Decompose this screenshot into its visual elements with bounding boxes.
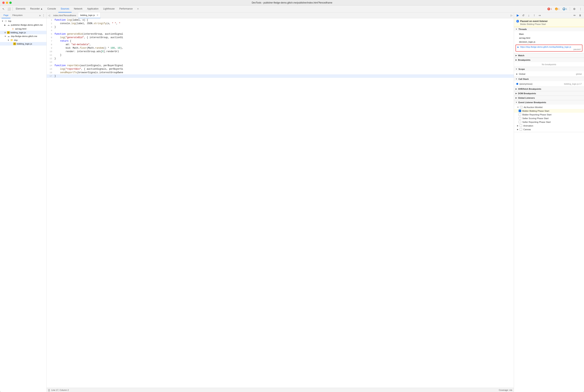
error-icon: ✕ — [548, 8, 550, 10]
elb-group-ad-auction[interactable]: ▼ Ad Auction Worklet — [514, 105, 584, 109]
thread-ad-tag[interactable]: ad-tag.html — [514, 36, 584, 40]
scope-global-row[interactable]: ▶ Global global — [514, 72, 584, 76]
elb-animation-arrow-icon: ▶ — [517, 125, 519, 127]
elb-group-partial-check[interactable] — [520, 106, 523, 108]
watch-label: Watch — [518, 54, 525, 57]
edit-breakpoints-button[interactable]: ✏ — [572, 13, 577, 18]
threads-section: ▼ Threads Main ad-tag.html — [514, 27, 584, 53]
paused-title-text: Paused on event listener — [520, 20, 548, 22]
call-stack-indicator-icon — [516, 83, 518, 85]
editor-tab-bidding[interactable]: bidding_logic.js ✕ — [78, 12, 100, 18]
tab-console[interactable]: Console — [45, 6, 58, 12]
tree-item-dsp-domain[interactable]: ▼ ☁ dsp-fledge-demo.glitch.me — [0, 34, 46, 38]
elb-item-seller-reporting[interactable]: Seller Reporting Phase Start — [514, 120, 584, 124]
global-listeners-header[interactable]: ▶ Global Listeners — [514, 96, 584, 100]
editor-tab-back[interactable]: ◁ — [47, 12, 51, 18]
settings-button[interactable]: ⚙ — [572, 6, 577, 12]
tree-item-bidding-logic-dsp[interactable]: JS bidding_logic.js — [0, 42, 46, 46]
elb-item-bidder-bidding[interactable]: Bidder Bidding Phase Start — [514, 109, 584, 113]
code-line-16: 16 sendReportTo(browserSignals.interestG… — [47, 71, 514, 74]
code-line-2: 2 console.log(label, JSON.stringify(o, "… — [47, 22, 514, 25]
dom-breakpoints-header[interactable]: ▶ DOM Breakpoints — [514, 91, 584, 96]
format-icon[interactable]: {} — [48, 389, 50, 392]
left-panel-tabs: Page Filesystem » ⋮ — [0, 12, 46, 18]
maximize-button[interactable] — [9, 2, 12, 4]
resume-button[interactable]: ▶ — [516, 13, 520, 18]
more-options-button[interactable]: ⋮ — [578, 6, 583, 12]
breakpoints-header[interactable]: ▶ Breakpoints — [514, 58, 584, 62]
code-editor[interactable]: 1 function log(label, o) { 2 console.log… — [47, 18, 514, 388]
tab-performance[interactable]: Performance — [117, 6, 135, 12]
toolbar-separator-1 — [12, 7, 13, 11]
error-badge-button[interactable]: ✕ 1 — [546, 7, 553, 11]
elb-item-seller-scoring-checkbox[interactable] — [519, 117, 521, 120]
thread-selected-bidding[interactable]: ▶ https://dsp-fledge-demo.glitch.me/dsp/… — [516, 44, 583, 52]
tab-network[interactable]: Network — [71, 6, 85, 12]
left-panel-more[interactable]: » — [38, 14, 41, 17]
minimize-button[interactable] — [6, 2, 8, 4]
elb-group-canvas[interactable]: ▶ Canvas — [514, 128, 584, 131]
global-listeners-arrow-icon: ▶ — [516, 97, 517, 99]
paused-subtitle: Bidder Bidding Phase Start — [520, 23, 582, 25]
scope-arrow-icon: ▼ — [516, 68, 517, 70]
step-button[interactable]: ⇒ — [537, 13, 542, 18]
ellipsis-icon: ⋮ — [579, 8, 582, 10]
step-over-button[interactable]: ↺ — [521, 13, 526, 18]
tab-filesystem[interactable]: Filesystem — [10, 12, 25, 18]
watch-header[interactable]: ▶ Watch — [514, 53, 584, 58]
call-stack-item-1[interactable]: (anonymous) bidding_logic.js:17 — [514, 82, 584, 86]
tab-sources[interactable]: Sources — [58, 6, 71, 12]
elb-item-bidder-reporting-checkbox[interactable] — [519, 113, 521, 116]
tab-elements[interactable]: Elements — [13, 6, 28, 12]
step-into-button[interactable]: ↓ — [527, 13, 531, 18]
editor-tab-index[interactable]: index.html?fencedframe — [51, 12, 78, 18]
elb-item-seller-reporting-checkbox[interactable] — [519, 121, 521, 123]
close-tab-icon[interactable]: ✕ — [96, 14, 98, 16]
scope-section: ▼ Scope ▶ Global global — [514, 67, 584, 77]
editor-tab-more[interactable]: ▷ — [509, 12, 514, 18]
warn-badge-button[interactable]: △ 1 — [554, 7, 561, 11]
pause-on-exception-button[interactable]: ⏸ — [578, 13, 583, 18]
tree-item-top[interactable]: ▼ □ top — [0, 19, 46, 23]
debug-toolbar: ▶ ↺ ↓ ↑ ⇒ ✏ ⏸ — [514, 12, 584, 18]
thread-decision-logic[interactable]: decision_logic.js — [514, 40, 584, 44]
tab-lighthouse[interactable]: Lighthouse — [101, 6, 117, 12]
threads-header[interactable]: ▼ Threads — [514, 27, 584, 31]
elb-group-canvas-checkbox[interactable] — [520, 128, 522, 130]
call-stack-header[interactable]: ▼ Call Stack — [514, 77, 584, 81]
elb-item-bidder-reporting[interactable]: Bidder Reporting Phase Start — [514, 113, 584, 116]
elb-group-canvas-label: Canvas — [523, 128, 531, 130]
window-controls[interactable] — [2, 2, 12, 4]
tree-item-publisher[interactable]: ▶ ☁ publisher-fledge-demo.glitch.me — [0, 23, 46, 27]
tab-recorder[interactable]: Recorder ▲ — [28, 6, 45, 12]
tree-label-publisher: publisher-fledge-demo.glitch.me — [11, 24, 43, 26]
elb-item-bidder-bidding-checkbox[interactable] — [519, 110, 521, 112]
close-button[interactable] — [2, 2, 5, 4]
tab-application[interactable]: Application — [85, 6, 101, 12]
tab-page[interactable]: Page — [1, 12, 10, 18]
html-icon: ◈ — [11, 27, 14, 30]
code-line-1: 1 function log(label, o) { — [47, 18, 514, 22]
xhr-breakpoints-header[interactable]: ▶ XHR/fetch Breakpoints — [514, 87, 584, 91]
left-panel-settings[interactable]: ⋮ — [42, 14, 45, 17]
tree-item-ad-tag[interactable]: ◈ ad-tag.html — [0, 27, 46, 31]
event-listener-breakpoints-header[interactable]: ▼ Event Listener Breakpoints — [514, 100, 584, 104]
right-scroll[interactable]: ▼ Threads Main ad-tag.html — [514, 27, 584, 392]
elb-label: Event Listener Breakpoints — [519, 101, 546, 104]
tree-label-dsp-folder: dsp — [14, 39, 18, 41]
tree-label-dsp-domain: dsp-fledge-demo.glitch.me — [11, 35, 37, 37]
scope-header[interactable]: ▼ Scope — [514, 67, 584, 71]
step-out-button[interactable]: ↑ — [532, 13, 537, 18]
elb-item-seller-scoring[interactable]: Seller Scoring Phase Start — [514, 116, 584, 120]
thread-selected-url: https://dsp-fledge-demo.glitch.me/dsp/bi… — [520, 46, 571, 48]
elb-group-animation-checkbox[interactable] — [520, 124, 522, 127]
info-badge-button[interactable]: 💬 1 — [562, 7, 568, 11]
breakpoints-arrow-icon: ▶ — [516, 59, 517, 61]
elb-group-animation[interactable]: ▶ Animation — [514, 124, 584, 128]
tree-item-bidding-logic-pub[interactable]: ⚙ JS bidding_logic.js — [0, 31, 46, 34]
thread-main[interactable]: Main — [514, 32, 584, 36]
tab-more[interactable]: » — [135, 6, 141, 12]
tree-item-dsp-folder[interactable]: ▼ 📁 dsp — [0, 38, 46, 42]
device-toggle-button[interactable]: ⬜ — [6, 6, 12, 12]
pointer-tool-button[interactable]: ↖ — [1, 6, 6, 12]
